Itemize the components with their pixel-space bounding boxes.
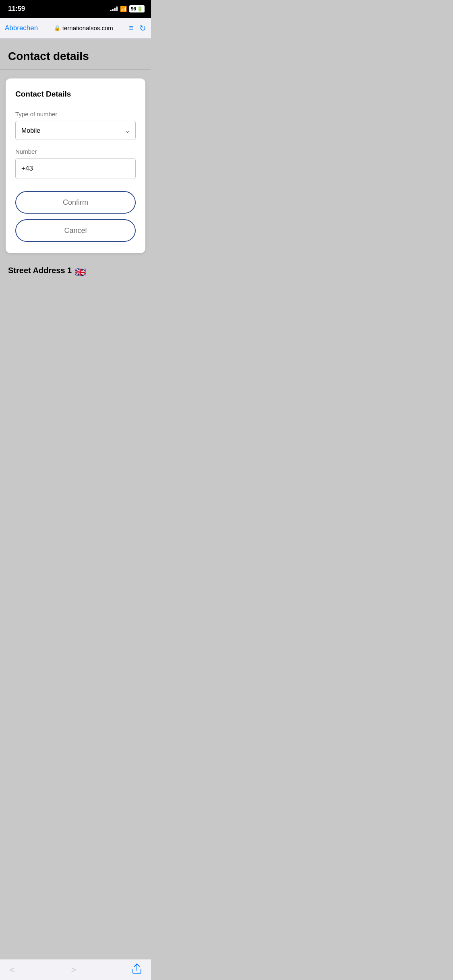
browser-url-bar[interactable]: 🔒 ternationalsos.com: [42, 25, 125, 31]
street-address-label: Street Address 1: [8, 266, 72, 275]
type-of-number-field: Type of number Mobile Home Work Other ⌄: [15, 111, 136, 140]
type-of-number-select-wrapper: Mobile Home Work Other ⌄: [15, 121, 136, 140]
number-field-group: Number: [15, 148, 136, 179]
number-label: Number: [15, 148, 136, 155]
browser-actions: ≡ ↻: [129, 23, 146, 33]
contact-details-card: Contact Details Type of number Mobile Ho…: [6, 78, 145, 253]
street-address-row: Street Address 1 🇬🇧: [8, 266, 143, 278]
page-title: Contact details: [8, 50, 143, 63]
status-bar: 11:59 📶 96 🔋: [0, 0, 151, 18]
browser-bar: Abbrechen 🔒 ternationalsos.com ≡ ↻: [0, 18, 151, 39]
type-of-number-select[interactable]: Mobile Home Work Other: [15, 121, 136, 140]
signal-icon: [110, 6, 118, 11]
browser-url: ternationalsos.com: [62, 25, 113, 31]
page-header: Contact details: [0, 39, 151, 70]
status-icons: 📶 96 🔋: [110, 5, 145, 12]
reader-mode-icon[interactable]: ≡: [129, 23, 134, 33]
lock-icon: 🔒: [54, 25, 60, 31]
status-time: 11:59: [8, 5, 25, 13]
type-of-number-label: Type of number: [15, 111, 136, 117]
number-input[interactable]: [15, 158, 136, 179]
wifi-icon: 📶: [120, 6, 127, 12]
below-card-area: Street Address 1 🇬🇧: [0, 262, 151, 278]
page-background: Contact details Contact Details Type of …: [0, 39, 151, 327]
card-title: Contact Details: [15, 90, 136, 99]
uk-flag-icon: 🇬🇧: [75, 267, 86, 278]
browser-cancel-button[interactable]: Abbrechen: [5, 24, 38, 32]
cancel-button[interactable]: Cancel: [15, 219, 136, 242]
reload-icon[interactable]: ↻: [139, 23, 146, 33]
confirm-button[interactable]: Confirm: [15, 191, 136, 214]
battery-icon: 96 🔋: [129, 5, 145, 12]
